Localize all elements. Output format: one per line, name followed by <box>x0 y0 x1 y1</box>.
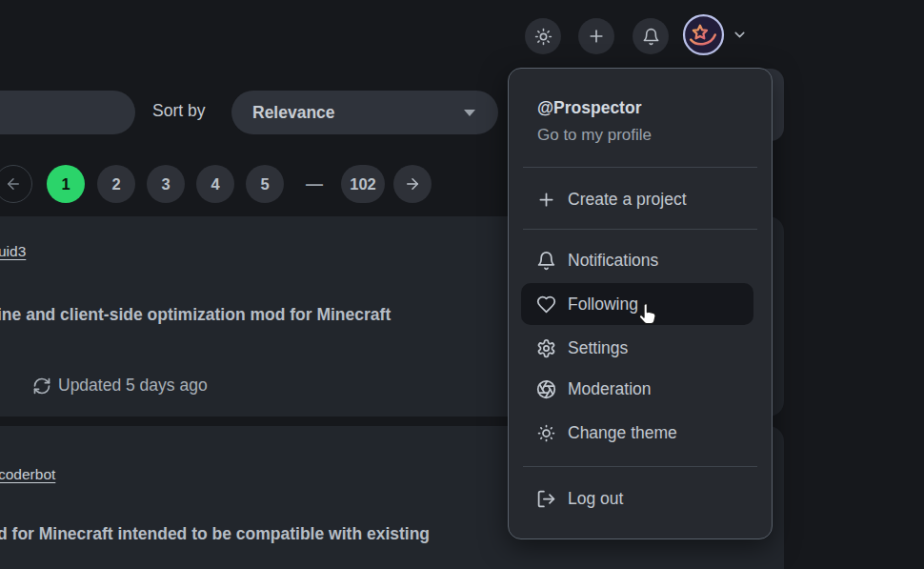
menu-item-label: Change theme <box>568 423 677 443</box>
result-summary: d for Minecraft intended to be compatibl… <box>0 524 430 544</box>
result-summary: ine and client-side optimization mod for… <box>0 305 391 325</box>
user-dropdown-menu: @Prospector Go to my profile Create a pr… <box>508 68 773 539</box>
menu-item-moderation[interactable]: Moderation <box>521 368 753 410</box>
log-out-icon <box>536 489 556 509</box>
refresh-icon <box>32 376 51 396</box>
pagination-page-2[interactable]: 2 <box>97 165 135 203</box>
aperture-icon <box>536 379 556 399</box>
menu-divider <box>523 167 757 168</box>
menu-divider <box>523 466 757 467</box>
caret-down-icon <box>464 110 475 116</box>
pagination-page-3[interactable]: 3 <box>147 165 185 203</box>
result-author-link[interactable]: uid3 <box>0 243 26 260</box>
menu-item-label: Following <box>568 295 638 315</box>
notifications-button[interactable] <box>633 18 669 54</box>
menu-item-create-project[interactable]: Create a project <box>521 178 753 220</box>
user-menu-button[interactable] <box>682 13 748 56</box>
menu-item-change-theme[interactable]: Change theme <box>521 412 753 454</box>
sort-select[interactable]: Relevance <box>231 91 498 134</box>
pagination-next-button[interactable] <box>393 165 432 203</box>
menu-item-label: Settings <box>568 338 628 358</box>
search-input[interactable] <box>0 91 135 134</box>
bell-icon <box>536 251 556 271</box>
menu-item-settings[interactable]: Settings <box>521 327 753 369</box>
pagination-page-1[interactable]: 1 <box>47 165 85 203</box>
menu-item-label: Log out <box>568 489 623 509</box>
sort-select-value: Relevance <box>252 103 335 123</box>
theme-toggle-button[interactable] <box>525 18 561 54</box>
result-updated: Updated 5 days ago <box>32 376 208 396</box>
heart-icon <box>536 295 556 315</box>
menu-item-logout[interactable]: Log out <box>521 478 753 519</box>
menu-item-label: Create a project <box>568 190 687 210</box>
menu-item-label: Notifications <box>568 251 658 271</box>
arrow-left-icon <box>5 175 22 193</box>
avatar <box>682 13 725 56</box>
pagination-page-4[interactable]: 4 <box>196 165 234 203</box>
menu-item-label: Moderation <box>568 379 652 399</box>
plus-icon <box>587 27 606 46</box>
menu-item-notifications[interactable]: Notifications <box>521 239 753 281</box>
pagination-page-5[interactable]: 5 <box>246 165 284 203</box>
menu-profile-link[interactable]: Go to my profile <box>537 126 652 145</box>
create-button[interactable] <box>578 18 614 54</box>
menu-username: @Prospector <box>537 98 641 118</box>
pagination-ellipsis: — <box>301 165 328 203</box>
sort-by-label: Sort by <box>152 101 205 121</box>
chevron-down-icon <box>732 27 748 43</box>
bell-icon <box>642 28 660 46</box>
pagination-page-last[interactable]: 102 <box>341 165 385 203</box>
result-author-link[interactable]: coderbot <box>0 466 55 483</box>
menu-divider <box>523 229 757 230</box>
plus-icon <box>536 190 556 210</box>
sun-icon <box>534 28 552 46</box>
sun-icon <box>536 423 556 443</box>
arrow-right-icon <box>404 175 421 193</box>
gear-icon <box>536 338 556 358</box>
menu-item-following[interactable]: Following <box>521 283 753 325</box>
result-updated-text: Updated 5 days ago <box>58 376 208 396</box>
pagination-prev-button[interactable] <box>0 165 32 203</box>
